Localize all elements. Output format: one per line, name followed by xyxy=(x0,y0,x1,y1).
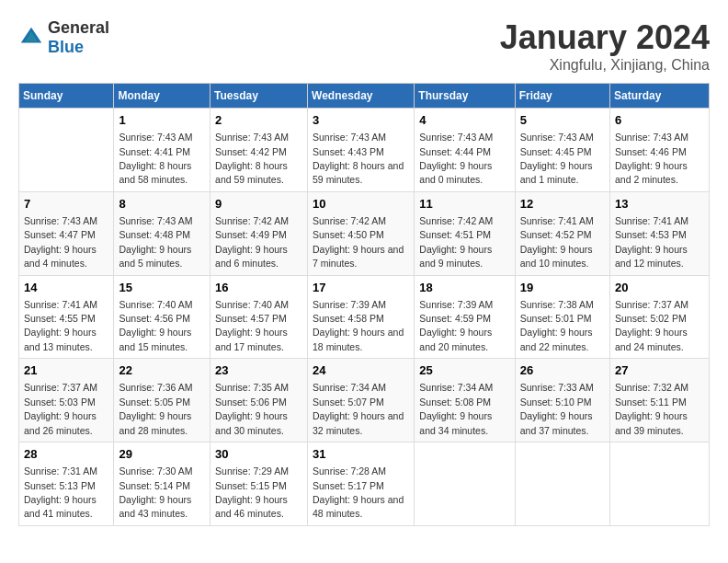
day-number: 17 xyxy=(313,280,409,296)
day-number: 20 xyxy=(615,280,704,296)
day-cell: 11Sunrise: 7:42 AMSunset: 4:51 PMDayligh… xyxy=(415,191,515,275)
day-sunset: Sunset: 4:55 PM xyxy=(24,313,96,324)
day-cell: 3Sunrise: 7:43 AMSunset: 4:43 PMDaylight… xyxy=(308,109,415,192)
day-cell: 16Sunrise: 7:40 AMSunset: 4:57 PMDayligh… xyxy=(210,275,308,359)
day-daylight: Daylight: 9 hours and 20 minutes. xyxy=(419,327,492,351)
day-sunset: Sunset: 5:05 PM xyxy=(119,396,190,408)
day-sunset: Sunset: 4:56 PM xyxy=(119,313,190,324)
day-sunset: Sunset: 5:17 PM xyxy=(313,480,384,491)
logo: General Blue xyxy=(18,18,109,57)
day-sunrise: Sunrise: 7:43 AM xyxy=(520,132,594,143)
day-cell: 31Sunrise: 7:28 AMSunset: 5:17 PMDayligh… xyxy=(308,442,415,526)
title-block: January 2024 Xingfulu, Xinjiang, China xyxy=(500,18,710,74)
logo-general: General xyxy=(48,18,109,37)
day-sunrise: Sunrise: 7:43 AM xyxy=(215,132,289,143)
day-cell: 28Sunrise: 7:31 AMSunset: 5:13 PMDayligh… xyxy=(19,442,114,526)
day-daylight: Daylight: 9 hours and 46 minutes. xyxy=(215,494,288,519)
day-number: 27 xyxy=(615,362,704,379)
day-daylight: Daylight: 9 hours and 17 minutes. xyxy=(215,327,288,351)
col-friday: Friday xyxy=(515,84,609,109)
day-number: 21 xyxy=(24,362,108,379)
day-daylight: Daylight: 9 hours and 32 minutes. xyxy=(313,410,404,435)
day-number: 19 xyxy=(520,280,605,296)
day-daylight: Daylight: 9 hours and 15 minutes. xyxy=(119,327,191,351)
day-sunrise: Sunrise: 7:43 AM xyxy=(313,132,386,143)
day-sunset: Sunset: 5:14 PM xyxy=(119,480,190,491)
col-thursday: Thursday xyxy=(415,84,515,109)
day-daylight: Daylight: 9 hours and 18 minutes. xyxy=(313,327,404,351)
day-sunrise: Sunrise: 7:43 AM xyxy=(24,215,97,226)
day-cell: 26Sunrise: 7:33 AMSunset: 5:10 PMDayligh… xyxy=(515,359,609,442)
day-sunset: Sunset: 5:15 PM xyxy=(215,480,287,491)
day-daylight: Daylight: 9 hours and 1 minute. xyxy=(520,160,593,185)
day-sunrise: Sunrise: 7:39 AM xyxy=(313,299,386,310)
week-row-4: 28Sunrise: 7:31 AMSunset: 5:13 PMDayligh… xyxy=(19,442,710,526)
day-sunset: Sunset: 4:48 PM xyxy=(119,229,190,240)
day-daylight: Daylight: 9 hours and 10 minutes. xyxy=(520,244,593,269)
day-sunset: Sunset: 4:47 PM xyxy=(24,229,96,240)
day-daylight: Daylight: 9 hours and 34 minutes. xyxy=(419,410,492,435)
day-cell: 19Sunrise: 7:38 AMSunset: 5:01 PMDayligh… xyxy=(515,275,609,359)
day-daylight: Daylight: 9 hours and 9 minutes. xyxy=(419,244,492,269)
day-sunset: Sunset: 4:57 PM xyxy=(215,313,287,324)
day-number: 24 xyxy=(313,362,409,379)
day-cell xyxy=(19,109,114,192)
day-daylight: Daylight: 9 hours and 2 minutes. xyxy=(615,160,688,185)
day-sunrise: Sunrise: 7:34 AM xyxy=(419,382,493,393)
day-cell: 13Sunrise: 7:41 AMSunset: 4:53 PMDayligh… xyxy=(610,191,710,275)
day-sunset: Sunset: 4:51 PM xyxy=(419,229,491,240)
day-cell: 21Sunrise: 7:37 AMSunset: 5:03 PMDayligh… xyxy=(19,359,114,442)
day-sunrise: Sunrise: 7:39 AM xyxy=(419,299,493,310)
week-row-1: 7Sunrise: 7:43 AMSunset: 4:47 PMDaylight… xyxy=(19,191,710,275)
day-cell: 1Sunrise: 7:43 AMSunset: 4:41 PMDaylight… xyxy=(114,109,210,192)
day-number: 29 xyxy=(119,446,205,463)
day-cell: 4Sunrise: 7:43 AMSunset: 4:44 PMDaylight… xyxy=(415,109,515,192)
day-sunrise: Sunrise: 7:33 AM xyxy=(520,382,594,393)
header-row: Sunday Monday Tuesday Wednesday Thursday… xyxy=(19,84,710,109)
day-number: 13 xyxy=(615,196,704,213)
col-tuesday: Tuesday xyxy=(210,84,308,109)
day-number: 5 xyxy=(520,112,605,129)
day-daylight: Daylight: 8 hours and 59 minutes. xyxy=(215,160,288,185)
day-sunset: Sunset: 4:41 PM xyxy=(119,146,190,157)
day-sunset: Sunset: 4:42 PM xyxy=(215,146,287,157)
day-sunset: Sunset: 4:44 PM xyxy=(419,146,491,157)
day-sunrise: Sunrise: 7:40 AM xyxy=(215,299,289,310)
day-sunset: Sunset: 4:43 PM xyxy=(313,146,384,157)
day-cell: 25Sunrise: 7:34 AMSunset: 5:08 PMDayligh… xyxy=(415,359,515,442)
day-sunrise: Sunrise: 7:37 AM xyxy=(24,382,97,393)
day-sunrise: Sunrise: 7:42 AM xyxy=(313,215,386,226)
day-number: 11 xyxy=(419,196,509,213)
day-number: 30 xyxy=(215,446,302,463)
day-daylight: Daylight: 8 hours and 59 minutes. xyxy=(313,160,404,185)
day-sunset: Sunset: 4:59 PM xyxy=(419,313,491,324)
day-cell: 5Sunrise: 7:43 AMSunset: 4:45 PMDaylight… xyxy=(515,109,609,192)
day-sunset: Sunset: 5:10 PM xyxy=(520,396,592,408)
day-number: 6 xyxy=(615,112,704,129)
col-wednesday: Wednesday xyxy=(308,84,415,109)
day-sunset: Sunset: 5:08 PM xyxy=(419,396,491,408)
day-sunset: Sunset: 4:49 PM xyxy=(215,229,287,240)
day-number: 1 xyxy=(119,112,205,129)
week-row-2: 14Sunrise: 7:41 AMSunset: 4:55 PMDayligh… xyxy=(19,275,710,359)
logo-text: General Blue xyxy=(48,18,109,57)
day-cell xyxy=(515,442,609,526)
day-number: 3 xyxy=(313,112,409,129)
day-cell: 8Sunrise: 7:43 AMSunset: 4:48 PMDaylight… xyxy=(114,191,210,275)
day-daylight: Daylight: 9 hours and 7 minutes. xyxy=(313,244,404,269)
col-sunday: Sunday xyxy=(19,84,114,109)
day-cell: 14Sunrise: 7:41 AMSunset: 4:55 PMDayligh… xyxy=(19,275,114,359)
day-cell: 7Sunrise: 7:43 AMSunset: 4:47 PMDaylight… xyxy=(19,191,114,275)
day-cell: 2Sunrise: 7:43 AMSunset: 4:42 PMDaylight… xyxy=(210,109,308,192)
day-cell: 15Sunrise: 7:40 AMSunset: 4:56 PMDayligh… xyxy=(114,275,210,359)
day-sunrise: Sunrise: 7:42 AM xyxy=(215,215,289,226)
day-number: 31 xyxy=(313,446,409,463)
col-saturday: Saturday xyxy=(610,84,710,109)
day-daylight: Daylight: 9 hours and 37 minutes. xyxy=(520,410,593,435)
subtitle: Xingfulu, Xinjiang, China xyxy=(500,57,710,74)
day-sunset: Sunset: 4:50 PM xyxy=(313,229,384,240)
day-sunrise: Sunrise: 7:43 AM xyxy=(615,132,688,143)
day-sunset: Sunset: 4:52 PM xyxy=(520,229,592,240)
day-sunset: Sunset: 5:06 PM xyxy=(215,396,287,408)
calendar-table: Sunday Monday Tuesday Wednesday Thursday… xyxy=(18,83,710,526)
